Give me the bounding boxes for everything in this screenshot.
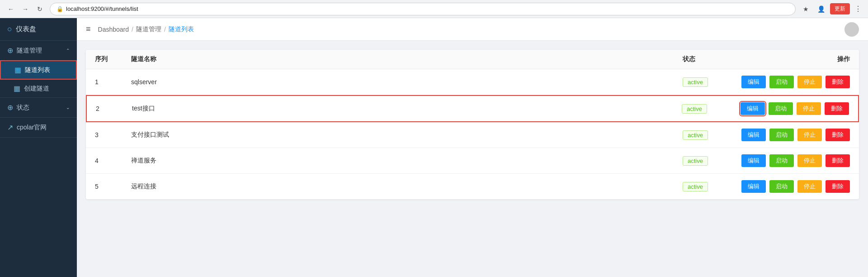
row-2-actions: 编辑 启动 停止 删除 [736,102,849,115]
sidebar-item-create-tunnel[interactable]: ▦ 创建隧道 [0,80,77,97]
row-3-name: 支付接口测试 [131,131,683,139]
tunnel-table-card: 序列 隧道名称 状态 操作 1 sqlserver active 编辑 启动 停… [86,50,859,199]
breadcrumb: Dashboard / 隧道管理 / 隧道列表 [98,25,194,33]
reload-button[interactable]: ↻ [33,3,46,15]
row-2-start-button[interactable]: 启动 [769,102,793,115]
status-badge: active [683,182,708,191]
status-badge: active [683,77,708,87]
breadcrumb-sep-1: / [132,26,133,33]
row-1-actions: 编辑 启动 停止 删除 [737,76,850,88]
status-icon: ⊕ [7,103,13,112]
table-header: 序列 隧道名称 状态 操作 [86,50,859,69]
status-badge: active [683,130,708,140]
row-2-index: 2 [96,105,132,112]
nav-buttons: ← → ↻ [5,3,46,15]
forward-button[interactable]: → [19,3,32,15]
row-5-index: 5 [95,183,131,190]
logo-icon: ○ [7,24,12,34]
row-4-delete-button[interactable]: 删除 [826,154,850,167]
logo-text: 仪表盘 [16,25,36,33]
sidebar-item-tunnel-management[interactable]: ⊕ 隧道管理 ⌃ [0,41,77,60]
row-1-name: sqlserver [131,78,683,86]
row-5-edit-button[interactable]: 编辑 [741,180,766,193]
lock-icon: 🔒 [57,6,63,12]
col-header-actions: 操作 [737,55,850,63]
row-5-status: active [683,182,737,191]
status-label: 状态 [17,104,29,112]
col-header-index: 序列 [95,55,131,63]
table-row: 1 sqlserver active 编辑 启动 停止 删除 [86,69,859,95]
breadcrumb-tunnel-list: 隧道列表 [169,25,194,33]
row-3-edit-button[interactable]: 编辑 [741,129,766,141]
cpolar-label: cpolar官网 [17,124,47,132]
row-3-delete-button[interactable]: 删除 [826,129,850,141]
row-1-index: 1 [95,78,131,86]
breadcrumb-sep-2: / [164,26,166,33]
row-5-name: 远程连接 [131,182,683,191]
menu-dots-button[interactable]: ⋮ [853,4,863,14]
browser-actions: ★ 👤 更新 ⋮ [799,3,863,15]
row-4-start-button[interactable]: 启动 [769,154,794,167]
avatar[interactable] [844,22,859,37]
content-area: 序列 隧道名称 状态 操作 1 sqlserver active 编辑 启动 停… [77,41,868,277]
row-1-edit-button[interactable]: 编辑 [741,76,766,88]
row-2-edit-button[interactable]: 编辑 [741,102,765,115]
create-tunnel-label: 创建隧道 [24,85,49,93]
tunnel-list-label: 隧道列表 [25,66,50,74]
status-badge: active [683,156,708,166]
menu-icon[interactable]: ≡ [86,24,91,34]
row-2-name: test接口 [132,105,682,113]
main-content: ≡ Dashboard / 隧道管理 / 隧道列表 序列 隧道名称 状态 操作 [77,18,868,277]
back-button[interactable]: ← [5,3,17,15]
row-1-status: active [683,77,737,87]
sidebar-item-cpolar[interactable]: ↗ cpolar官网 [0,118,77,137]
star-button[interactable]: ★ [799,3,812,15]
address-bar[interactable]: 🔒 localhost:9200/#/tunnels/list [50,3,796,15]
status-chevron-icon: ⌄ [66,105,70,110]
app-layout: ○ 仪表盘 ⊕ 隧道管理 ⌃ ▦ 隧道列表 ▦ 创建隧道 ⊕ 状态 ⌄ [0,18,868,277]
create-tunnel-icon: ▦ [14,84,20,93]
row-2-delete-button[interactable]: 删除 [825,102,849,115]
sidebar-group-status: ⊕ 状态 ⌄ [0,98,77,118]
col-header-name: 隧道名称 [131,55,683,63]
row-5-delete-button[interactable]: 删除 [826,180,850,193]
topbar-right [844,22,859,37]
browser-chrome: ← → ↻ 🔒 localhost:9200/#/tunnels/list ★ … [0,0,868,18]
table-row: 5 远程连接 active 编辑 启动 停止 删除 [86,174,859,199]
topbar: ≡ Dashboard / 隧道管理 / 隧道列表 [77,18,868,41]
url-text: localhost:9200/#/tunnels/list [66,5,138,12]
sidebar-item-tunnel-list[interactable]: ▦ 隧道列表 [0,60,77,80]
tunnel-management-icon: ⊕ [7,46,13,55]
row-4-index: 4 [95,157,131,164]
sidebar-item-status[interactable]: ⊕ 状态 ⌄ [0,98,77,117]
row-3-status: active [683,130,737,140]
breadcrumb-dashboard: Dashboard [98,26,129,33]
row-5-start-button[interactable]: 启动 [769,180,794,193]
update-button[interactable]: 更新 [830,3,850,14]
sidebar: ○ 仪表盘 ⊕ 隧道管理 ⌃ ▦ 隧道列表 ▦ 创建隧道 ⊕ 状态 ⌄ [0,18,77,277]
row-4-edit-button[interactable]: 编辑 [741,154,766,167]
row-1-start-button[interactable]: 启动 [769,76,794,88]
table-row: 2 test接口 active 编辑 启动 停止 删除 [86,95,859,122]
table-row: 3 支付接口测试 active 编辑 启动 停止 删除 [86,122,859,148]
row-1-delete-button[interactable]: 删除 [826,76,850,88]
row-5-stop-button[interactable]: 停止 [797,180,822,193]
row-1-stop-button[interactable]: 停止 [797,76,822,88]
row-3-start-button[interactable]: 启动 [769,129,794,141]
breadcrumb-tunnel-management: 隧道管理 [136,25,161,33]
tunnel-management-label: 隧道管理 [17,47,42,55]
sidebar-group-tunnel: ⊕ 隧道管理 ⌃ ▦ 隧道列表 ▦ 创建隧道 [0,41,77,98]
row-3-stop-button[interactable]: 停止 [797,129,822,141]
row-4-status: active [683,156,737,166]
profile-icon[interactable]: 👤 [815,3,827,15]
row-3-actions: 编辑 启动 停止 删除 [737,129,850,141]
row-4-stop-button[interactable]: 停止 [797,154,822,167]
row-2-status: active [682,104,736,114]
row-4-actions: 编辑 启动 停止 删除 [737,154,850,167]
sidebar-logo: ○ 仪表盘 [0,18,77,41]
row-5-actions: 编辑 启动 停止 删除 [737,180,850,193]
sidebar-group-cpolar: ↗ cpolar官网 [0,118,77,138]
row-3-index: 3 [95,131,131,138]
status-badge: active [682,104,707,114]
row-2-stop-button[interactable]: 停止 [797,102,821,115]
